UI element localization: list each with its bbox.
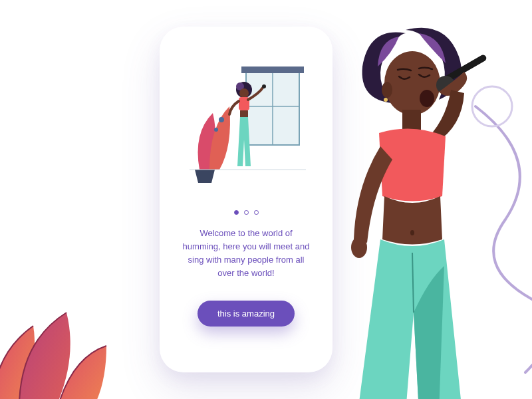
decorative-singer-illustration <box>306 13 532 399</box>
svg-point-15 <box>420 90 434 107</box>
svg-point-5 <box>214 128 218 132</box>
welcome-text: Welcome to the world of humming, here yo… <box>178 227 314 281</box>
svg-point-8 <box>239 88 249 98</box>
page-dot-2[interactable] <box>244 210 249 215</box>
decorative-leaves-left <box>0 266 133 399</box>
svg-rect-11 <box>240 110 248 117</box>
cta-button[interactable]: this is amazing <box>198 301 295 327</box>
svg-point-21 <box>351 237 367 258</box>
svg-point-14 <box>384 51 440 115</box>
page-dot-1[interactable] <box>234 210 239 215</box>
onboarding-illustration <box>183 60 309 186</box>
svg-point-10 <box>262 84 266 88</box>
page-indicator <box>234 210 259 215</box>
svg-point-22 <box>410 230 414 235</box>
svg-point-16 <box>382 82 392 98</box>
svg-point-17 <box>384 98 388 102</box>
svg-rect-18 <box>402 110 421 130</box>
svg-point-4 <box>219 117 224 122</box>
page-dot-3[interactable] <box>254 210 259 215</box>
svg-rect-3 <box>241 66 304 73</box>
